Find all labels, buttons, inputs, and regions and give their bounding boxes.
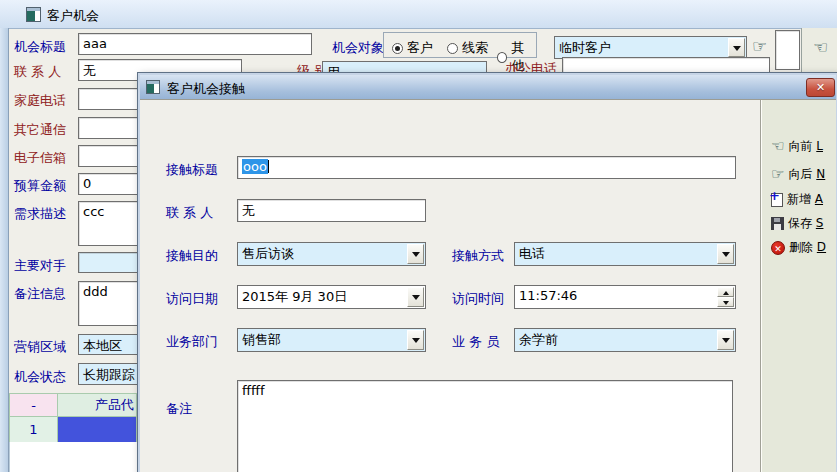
dialog-opportunity-contact: 客户机会接触 ✕ 接触标题 ooo 联 系 人 无 接触目的 售后访谈 接触方式… xyxy=(137,72,837,472)
dialog-window-icon xyxy=(146,80,160,94)
opportunity-object-label: 机会对象 xyxy=(332,39,384,57)
remark-label: 备注 xyxy=(166,400,192,418)
remark-textarea[interactable]: fffff xyxy=(237,380,733,472)
app-root: 客户机会 机会标题 aaa 联 系 人 无 家庭电话 其它通信 电子信箱 预算金… xyxy=(0,0,837,472)
dropdown-button[interactable] xyxy=(407,244,424,264)
combo-value: 电话 xyxy=(519,245,545,263)
salesperson-label: 业 务 员 xyxy=(452,333,499,351)
button-label: 删除 D xyxy=(789,239,826,256)
hand-left-icon[interactable]: ☜ xyxy=(813,39,828,56)
combo-value: 余学前 xyxy=(519,331,558,349)
selected-text: ooo xyxy=(242,159,268,174)
dropdown-button[interactable] xyxy=(407,287,424,307)
delete-icon: ✕ xyxy=(771,241,785,255)
contact-title-input[interactable]: ooo xyxy=(237,156,736,179)
combo-value: 2015年 9月 30日 xyxy=(242,288,347,306)
customer-picker-icon[interactable]: ☞ xyxy=(752,38,767,55)
department-combo[interactable]: 销售部 xyxy=(237,328,426,352)
field-label: 需求描述 xyxy=(14,205,66,223)
contact-title-label: 接触标题 xyxy=(166,161,218,179)
visit-date-picker[interactable]: 2015年 9月 30日 xyxy=(237,285,426,309)
save-button[interactable]: 保存 S xyxy=(771,215,823,232)
hand-left-icon: ☜ xyxy=(771,139,784,154)
radio-customer[interactable]: 客户 xyxy=(392,39,433,57)
radio-label: 线索 xyxy=(462,39,488,57)
close-icon[interactable]: ✕ xyxy=(806,78,835,97)
grid-selected-cell[interactable] xyxy=(57,416,137,443)
field-label: 预算金额 xyxy=(14,177,66,195)
method-combo[interactable]: 电话 xyxy=(514,242,736,266)
grid-header-product-code[interactable]: 产品代 xyxy=(57,393,137,417)
combo-value: 长期跟踪 xyxy=(83,366,135,384)
opportunity-title-input[interactable]: aaa xyxy=(78,33,312,55)
dropdown-button[interactable] xyxy=(728,38,745,57)
panel-divider xyxy=(760,100,761,472)
main-nav-panel: ☜ xyxy=(802,28,837,72)
field-label: 家庭电话 xyxy=(14,92,66,110)
combo-value: 售后访谈 xyxy=(242,245,294,263)
forward-button[interactable]: ☜ 向前 L xyxy=(771,138,823,155)
method-label: 接触方式 xyxy=(452,247,504,265)
dialog-client-area: 接触标题 ooo 联 系 人 无 接触目的 售后访谈 接触方式 电话 访问日期 … xyxy=(140,99,836,472)
field-label: 营销区域 xyxy=(14,338,66,356)
grid-header-corner[interactable]: - xyxy=(9,393,58,417)
spinner-value: 11:57:46 xyxy=(519,288,577,303)
spin-up-button[interactable] xyxy=(717,287,734,297)
field-label: 电子信箱 xyxy=(14,149,66,167)
button-label: 保存 S xyxy=(788,215,823,232)
radio-lead[interactable]: 线索 xyxy=(447,39,488,57)
text-caret xyxy=(268,160,269,173)
window-icon xyxy=(26,7,41,22)
salesperson-combo[interactable]: 余学前 xyxy=(514,328,736,352)
dialog-titlebar[interactable]: 客户机会接触 ✕ xyxy=(140,75,836,99)
combo-value: 临时客户 xyxy=(559,39,611,57)
panel-fragment xyxy=(775,30,800,70)
radio-dot xyxy=(392,43,403,54)
field-label: 主要对手 xyxy=(14,257,66,275)
radio-label: 客户 xyxy=(407,39,433,57)
field-label: 备注信息 xyxy=(14,285,66,303)
customer-combo[interactable]: 临时客户 xyxy=(554,36,747,59)
combo-value: 本地区 xyxy=(83,337,122,355)
dialog-action-panel: ☜ 向前 L ☞ 向后 N 新增 A 保存 S ✕ 删除 D xyxy=(762,100,836,472)
opportunity-object-group: 客户 线索 其他 xyxy=(383,32,537,58)
contact-person-input[interactable]: 无 xyxy=(237,199,426,222)
main-window-titlebar: 客户机会 xyxy=(0,0,837,29)
visit-date-label: 访问日期 xyxy=(166,290,218,308)
field-label: 联 系 人 xyxy=(14,63,61,81)
dialog-title: 客户机会接触 xyxy=(167,80,245,98)
radio-dot xyxy=(447,43,458,54)
purpose-label: 接触目的 xyxy=(166,247,218,265)
grid-row-number[interactable]: 1 xyxy=(9,416,58,443)
dropdown-button[interactable] xyxy=(717,330,734,350)
save-disk-icon xyxy=(771,217,784,230)
backward-button[interactable]: ☞ 向后 N xyxy=(771,166,825,183)
window-frame-left xyxy=(0,28,9,472)
grid-empty-area xyxy=(9,442,138,472)
button-label: 新增 A xyxy=(787,191,823,208)
delete-button[interactable]: ✕ 删除 D xyxy=(771,239,826,256)
visit-time-label: 访问时间 xyxy=(452,290,504,308)
purpose-combo[interactable]: 售后访谈 xyxy=(237,242,426,266)
add-new-button[interactable]: 新增 A xyxy=(771,191,823,208)
contact-person-label: 联 系 人 xyxy=(166,204,213,222)
hand-right-icon: ☞ xyxy=(771,167,784,182)
field-label: 机会标题 xyxy=(14,38,66,56)
visit-time-spinner[interactable]: 11:57:46 xyxy=(514,285,736,309)
spin-down-button[interactable] xyxy=(717,297,734,307)
new-document-icon xyxy=(771,193,783,207)
button-label: 向前 L xyxy=(788,138,823,155)
department-label: 业务部门 xyxy=(166,333,218,351)
main-window-title: 客户机会 xyxy=(47,7,99,25)
field-label: 其它通信 xyxy=(14,121,66,139)
dropdown-button[interactable] xyxy=(717,244,734,264)
button-label: 向后 N xyxy=(788,166,825,183)
dropdown-button[interactable] xyxy=(407,330,424,350)
combo-value: 销售部 xyxy=(242,331,281,349)
field-label: 机会状态 xyxy=(14,368,66,386)
